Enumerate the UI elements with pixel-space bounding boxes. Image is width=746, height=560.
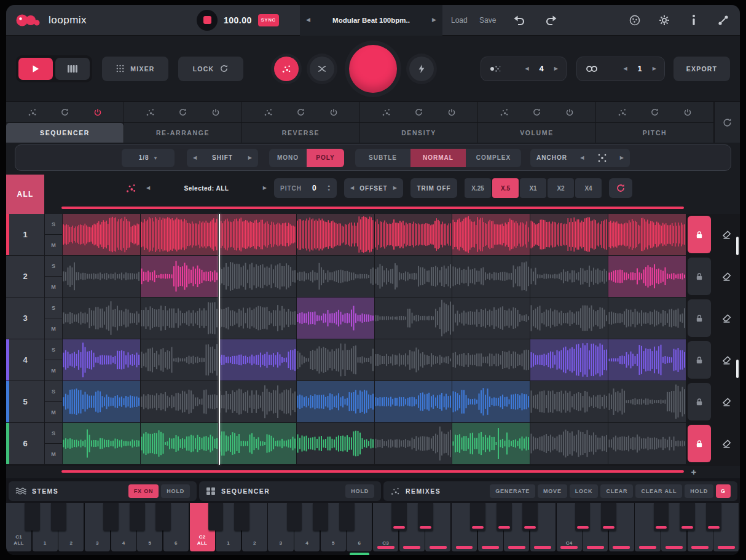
trim-toggle[interactable]: TRIM OFF [410,178,457,198]
clip-cell[interactable] [530,214,608,255]
bpm-value[interactable]: 100.00 [224,15,252,25]
save-button[interactable]: Save [479,16,496,25]
clear-button[interactable]: CLEAR [600,484,633,498]
mute-button[interactable]: M [45,360,62,381]
module-cycle-icon[interactable] [412,106,426,119]
speed-x2[interactable]: X2 [548,178,574,198]
module-power-icon[interactable] [681,106,694,119]
clip-cell[interactable] [375,214,452,255]
track-select[interactable]: 5 [6,381,44,422]
piano-key-black[interactable] [313,503,328,530]
shift-left-icon[interactable]: ◀ [193,156,197,160]
complexity-complex[interactable]: COMPLEX [466,149,521,167]
crossfade-knob[interactable] [310,57,334,81]
piano-key-black[interactable] [497,503,512,530]
clip-cell[interactable] [63,256,140,297]
mute-button[interactable]: M [45,444,62,464]
piano-key-black[interactable] [234,503,249,530]
module-randomize-icon[interactable] [380,106,393,119]
gear-icon[interactable] [658,14,671,27]
piano-key-black[interactable] [130,503,145,530]
piano-key-black[interactable] [208,503,224,530]
clip-cell[interactable] [452,381,530,422]
module-cycle-icon[interactable] [530,106,544,119]
global-cycle-icon[interactable] [714,102,740,143]
track-lock-icon[interactable] [688,383,711,420]
track-lock-icon[interactable] [688,258,711,295]
shift-right-icon[interactable]: ▶ [248,156,252,160]
clip-cell[interactable] [375,381,452,422]
module-power-icon[interactable] [209,106,222,119]
clear-all-button[interactable]: CLEAR ALL [635,484,682,498]
module-randomize-icon[interactable] [616,106,629,119]
module-power-icon[interactable] [445,106,458,119]
clip-cell[interactable] [375,298,452,339]
clip-cell[interactable] [452,256,530,297]
clip-cell[interactable] [141,381,218,422]
clip-cell[interactable] [219,256,296,297]
load-button[interactable]: Load [451,16,468,25]
speed-x4[interactable]: X4 [575,178,602,198]
module-randomize-icon[interactable] [498,106,511,119]
clip-cell[interactable] [297,256,374,297]
voice-poly[interactable]: POLY [307,149,344,167]
track-erase-icon[interactable] [715,266,737,288]
move-button[interactable]: MOVE [538,484,567,498]
sequencer-hold-button[interactable]: HOLD [345,484,374,498]
track-lock-icon[interactable] [688,299,711,337]
select-all-block[interactable]: ALL [6,175,44,214]
module-randomize-icon[interactable] [144,106,157,119]
pattern-prev-icon[interactable]: ◀ [525,66,528,71]
lock-button[interactable]: LOCK [178,57,243,81]
offset-right-icon[interactable]: ▶ [393,186,397,191]
offset-left-icon[interactable]: ◀ [350,186,354,191]
stop-button[interactable] [197,10,218,31]
clip-cell[interactable] [141,256,218,297]
solo-button[interactable]: S [45,423,62,443]
track-erase-icon[interactable] [715,433,737,455]
track-select[interactable]: 6 [6,423,44,464]
track-lock-icon[interactable] [688,341,711,379]
selected-next-icon[interactable]: ▶ [263,186,267,191]
clip-cell[interactable] [219,423,296,464]
piano-key-black[interactable] [155,503,171,530]
tab-pitch[interactable]: PITCH [596,123,714,143]
undo-icon[interactable] [511,14,527,26]
routing-icon[interactable] [717,14,730,27]
clip-cell[interactable] [297,298,374,339]
clip-cell[interactable] [530,381,608,422]
track-lock-icon[interactable] [688,216,711,253]
clip-cell[interactable] [530,256,608,297]
main-trigger-button[interactable] [349,45,397,93]
complexity-subtle[interactable]: SUBTLE [355,149,410,167]
module-power-icon[interactable] [563,106,576,119]
clip-cell[interactable] [63,339,140,381]
piano-key-black[interactable] [706,503,721,530]
clip-cell[interactable] [63,214,140,255]
clip-cell[interactable] [530,298,608,339]
piano-key-black[interactable] [418,503,433,530]
piano-key-black[interactable] [391,503,407,530]
piano-key-black[interactable] [680,503,695,530]
piano-key-black[interactable] [339,503,355,530]
solo-button[interactable]: S [45,381,62,401]
piano-key-black[interactable] [470,503,485,530]
stepper-up-icon[interactable]: ▲ [328,184,331,188]
clip-cell[interactable] [452,214,530,255]
sphere-icon[interactable] [628,14,642,27]
track-erase-icon[interactable] [715,307,737,329]
solo-button[interactable]: S [45,298,62,318]
remix-hold-button[interactable]: HOLD [685,484,713,498]
speed-x1[interactable]: X1 [520,178,546,198]
clip-cell[interactable] [141,423,218,464]
scroll-thumb[interactable] [736,237,739,255]
scroll-thumb[interactable] [736,360,739,378]
track-select[interactable]: 2 [6,256,44,297]
speed-x025[interactable]: X.25 [465,178,491,198]
clip-cell[interactable] [452,339,530,381]
module-randomize-icon[interactable] [26,106,39,119]
clip-cell[interactable] [63,298,140,339]
voice-mono[interactable]: MONO [269,149,307,167]
clip-cell[interactable] [530,423,608,464]
track-erase-icon[interactable] [715,224,737,246]
